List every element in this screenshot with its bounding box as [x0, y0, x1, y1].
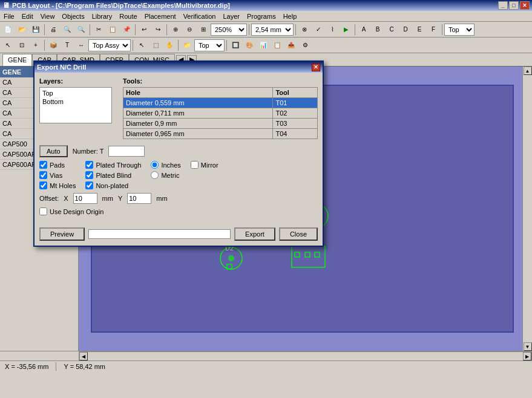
tool-1: T01 — [273, 98, 318, 108]
tool-row-4[interactable]: Diameter 0,965 mm T04 — [123, 129, 318, 139]
hole-4: Diameter 0,965 mm — [123, 129, 273, 139]
options-row: Pads Vias Mt Holes Plated Throug — [39, 161, 318, 189]
offset-y-label: Y — [118, 195, 122, 202]
metric-radio-label[interactable]: Metric — [151, 171, 180, 179]
export-nc-drill-dialog: Export N/C Drill ✕ Layers: Top Bottom To… — [33, 60, 324, 247]
vias-checkbox[interactable] — [39, 171, 47, 179]
check-col-right: Mirror — [191, 161, 218, 189]
offset-row: Offset: X mm Y mm — [39, 193, 318, 204]
hole-3: Diameter 0,9 mm — [123, 119, 273, 129]
layer-bottom[interactable]: Bottom — [41, 97, 110, 106]
tools-label: Tools: — [123, 77, 318, 85]
col-hole: Hole — [123, 88, 273, 98]
tool-row-1[interactable]: Diameter 0,559 mm T01 — [123, 98, 318, 108]
dialog-footer: Preview Export Close — [34, 225, 323, 246]
non-plated-check[interactable]: Non-plated — [85, 181, 141, 189]
col-tool: Tool — [273, 88, 318, 98]
tools-table: Hole Tool Diameter 0,559 mm T01 Diameter… — [123, 87, 318, 139]
layers-list[interactable]: Top Bottom — [39, 87, 112, 123]
tool-3: T03 — [273, 119, 318, 129]
vias-check[interactable]: Vias — [39, 171, 76, 179]
offset-x-unit: mm — [102, 195, 113, 202]
layers-tools-row: Layers: Top Bottom Tools: Hole Tool — [39, 77, 318, 139]
auto-number-row: Auto Number: T — [39, 143, 318, 157]
plated-blind-check[interactable]: Plated Blind — [85, 171, 141, 179]
dialog-title-bar: Export N/C Drill ✕ — [34, 62, 323, 73]
progress-bar — [88, 229, 231, 239]
inches-radio[interactable] — [151, 161, 159, 169]
tools-section: Tools: Hole Tool Diameter 0,559 mm T01 — [123, 77, 318, 139]
tool-4: T04 — [273, 129, 318, 139]
tool-row-2[interactable]: Diameter 0,711 mm T02 — [123, 108, 318, 119]
use-design-origin-checkbox[interactable] — [39, 207, 47, 215]
layer-top[interactable]: Top — [41, 89, 110, 97]
preview-button[interactable]: Preview — [39, 227, 85, 241]
offset-y-input[interactable] — [127, 193, 151, 204]
inches-radio-label[interactable]: Inches — [151, 161, 180, 169]
layers-label: Layers: — [39, 77, 118, 85]
check-col-middle: Plated Through Plated Blind Non-plated — [85, 161, 141, 189]
tool-row-3[interactable]: Diameter 0,9 mm T03 — [123, 119, 318, 129]
use-design-origin-label: Use Design Origin — [50, 208, 103, 215]
origin-row: Use Design Origin — [39, 207, 318, 215]
mirror-check[interactable]: Mirror — [191, 161, 218, 169]
mt-holes-checkbox[interactable] — [39, 181, 47, 189]
export-button[interactable]: Export — [234, 227, 275, 241]
dialog-title-text: Export N/C Drill — [37, 64, 86, 71]
metric-radio[interactable] — [151, 171, 159, 179]
mt-holes-check[interactable]: Mt Holes — [39, 181, 76, 189]
non-plated-checkbox[interactable] — [85, 181, 93, 189]
layers-section: Layers: Top Bottom — [39, 77, 118, 139]
offset-x-input[interactable] — [73, 193, 97, 204]
offset-x-label: X — [64, 195, 68, 202]
dialog-body: Layers: Top Bottom Tools: Hole Tool — [34, 73, 323, 225]
mirror-checkbox[interactable] — [191, 161, 199, 169]
number-input[interactable] — [108, 146, 145, 157]
pads-check[interactable]: Pads — [39, 161, 76, 169]
check-col-left: Pads Vias Mt Holes — [39, 161, 76, 189]
number-label: Number: T — [73, 148, 104, 155]
hole-1: Diameter 0,559 mm — [123, 98, 273, 108]
close-button[interactable]: Close — [279, 227, 318, 241]
radio-col: Inches Metric — [151, 161, 180, 189]
auto-button[interactable]: Auto — [39, 145, 68, 157]
pads-checkbox[interactable] — [39, 161, 47, 169]
offset-y-unit: mm — [156, 195, 167, 202]
plated-blind-checkbox[interactable] — [85, 171, 93, 179]
tool-2: T02 — [273, 108, 318, 119]
dialog-close-button[interactable]: ✕ — [312, 64, 320, 71]
hole-2: Diameter 0,711 mm — [123, 108, 273, 119]
plated-through-checkbox[interactable] — [85, 161, 93, 169]
dialog-overlay: Export N/C Drill ✕ Layers: Top Bottom To… — [0, 0, 532, 398]
offset-label: Offset: — [39, 195, 59, 202]
plated-through-check[interactable]: Plated Through — [85, 161, 141, 169]
